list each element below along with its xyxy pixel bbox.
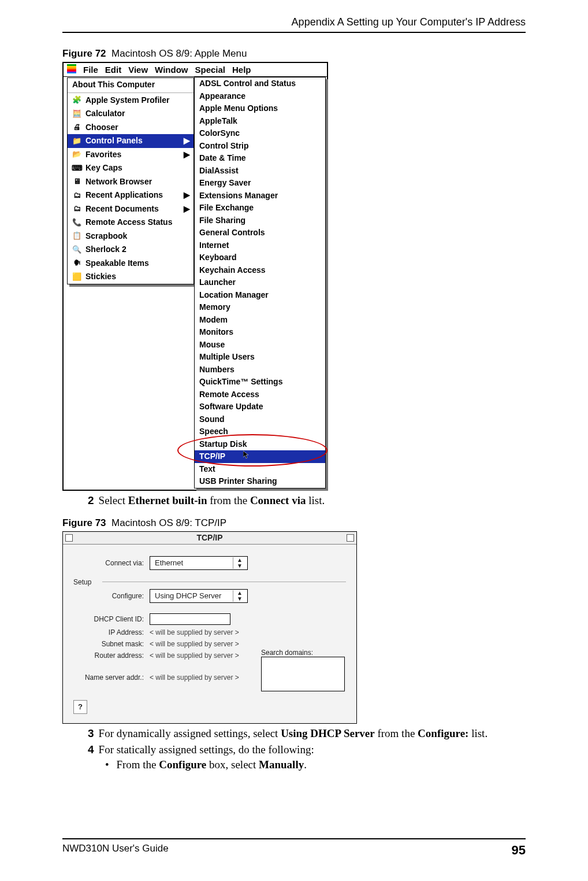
control-panel-item[interactable]: Software Update bbox=[195, 401, 325, 413]
control-panel-item[interactable]: Speech bbox=[195, 425, 325, 438]
control-panel-item[interactable]: Date & Time bbox=[195, 152, 325, 165]
control-panel-item[interactable]: ADSL Control and Status bbox=[195, 77, 325, 90]
svg-rect-0 bbox=[67, 64, 76, 66]
page-footer: NWD310N User's Guide 95 bbox=[62, 838, 526, 858]
apple-menu-control-panels[interactable]: 📁Control Panels▶ bbox=[68, 134, 193, 148]
control-panel-item[interactable]: Keychain Access bbox=[195, 264, 325, 277]
apple-menu-item[interactable]: 📂Favorites▶ bbox=[68, 148, 193, 162]
submenu-arrow-icon: ▶ bbox=[184, 190, 190, 201]
apple-menu-item[interactable]: 🗂Recent Applications▶ bbox=[68, 188, 193, 202]
control-panel-item[interactable]: Startup Disk bbox=[195, 438, 325, 451]
apple-menu-item[interactable]: 🖥Network Browser bbox=[68, 175, 193, 189]
apple-menu-item[interactable]: 🗂Recent Documents▶ bbox=[68, 202, 193, 216]
menu-item-label: Scrapbook bbox=[85, 231, 127, 242]
bullet-bold: Configure bbox=[159, 758, 206, 771]
control-panel-item[interactable]: DialAssist bbox=[195, 165, 325, 177]
connect-via-popup[interactable]: Ethernet▲▼ bbox=[150, 556, 248, 570]
step-text: For statically assigned settings, do the… bbox=[99, 743, 314, 756]
apple-menu-about[interactable]: About This Computer bbox=[68, 78, 193, 92]
apple-menu-dropdown: About This Computer 🧩Apple System Profil… bbox=[67, 77, 194, 284]
calculator-icon: 🧮 bbox=[72, 109, 81, 119]
control-panel-item[interactable]: USB Printer Sharing bbox=[195, 475, 325, 488]
figure-73-label: Figure 73 bbox=[62, 517, 106, 528]
step-text: Select bbox=[99, 494, 128, 506]
submenu-arrow-icon: ▶ bbox=[184, 150, 190, 160]
step-bold: Connect via bbox=[250, 494, 306, 506]
bullet-text: . bbox=[304, 758, 307, 771]
configure-label: Configure: bbox=[73, 592, 150, 600]
control-panel-item[interactable]: Sound bbox=[195, 413, 325, 426]
control-panel-item[interactable]: Memory bbox=[195, 301, 325, 314]
step-number: 2 bbox=[88, 494, 94, 506]
control-panel-item[interactable]: General Controls bbox=[195, 227, 325, 239]
close-box-icon[interactable] bbox=[65, 534, 73, 542]
control-panel-item[interactable]: Launcher bbox=[195, 276, 325, 289]
step-2: 2Select Ethernet built-in from the Conne… bbox=[88, 494, 526, 507]
menubar-item[interactable]: View bbox=[128, 65, 148, 75]
popup-arrows-icon: ▲▼ bbox=[233, 557, 243, 569]
control-panel-tcpip[interactable]: TCP/IP bbox=[195, 450, 325, 463]
menubar-item[interactable]: Window bbox=[155, 65, 188, 75]
configure-popup[interactable]: Using DHCP Server▲▼ bbox=[150, 589, 248, 603]
menu-item-label: Recent Applications bbox=[85, 190, 163, 201]
apple-menu-item[interactable]: ⌨Key Caps bbox=[68, 161, 193, 175]
cursor-icon bbox=[243, 451, 250, 462]
menu-item-label: Sherlock 2 bbox=[85, 245, 126, 255]
dhcp-client-input[interactable] bbox=[150, 613, 230, 625]
control-panel-item[interactable]: Numbers bbox=[195, 364, 325, 376]
control-panel-item[interactable]: Energy Saver bbox=[195, 177, 325, 190]
step-text: from the bbox=[207, 494, 250, 506]
configure-value: Using DHCP Server bbox=[155, 591, 221, 600]
svg-rect-1 bbox=[67, 66, 76, 68]
control-panel-item[interactable]: Control Strip bbox=[195, 140, 325, 153]
apple-logo-icon[interactable] bbox=[67, 64, 76, 75]
submenu-arrow-icon: ▶ bbox=[184, 204, 190, 214]
control-panel-item[interactable]: Text bbox=[195, 463, 325, 476]
control-panel-item[interactable]: File Sharing bbox=[195, 214, 325, 227]
menu-item-label: Chooser bbox=[85, 123, 118, 133]
menubar-item[interactable]: Edit bbox=[105, 65, 121, 75]
menubar-item[interactable]: Special bbox=[195, 65, 225, 75]
dhcp-client-label: DHCP Client ID: bbox=[73, 615, 150, 623]
apple-menu-item[interactable]: 🔍Sherlock 2 bbox=[68, 243, 193, 257]
control-panel-item[interactable]: Mouse bbox=[195, 339, 325, 351]
step-text: For dynamically assigned settings, selec… bbox=[99, 727, 281, 739]
menu-item-label: Key Caps bbox=[85, 163, 122, 173]
control-panel-item[interactable]: Keyboard bbox=[195, 251, 325, 264]
apple-menu-item[interactable]: 📋Scrapbook bbox=[68, 229, 193, 243]
apple-menu-item[interactable]: 🧮Calculator bbox=[68, 107, 193, 121]
apple-menu-item[interactable]: 📞Remote Access Status bbox=[68, 216, 193, 229]
control-panel-item[interactable]: File Exchange bbox=[195, 202, 325, 214]
control-panel-item[interactable]: Remote Access bbox=[195, 388, 325, 401]
svg-rect-4 bbox=[67, 71, 76, 72]
control-panel-item[interactable]: Appearance bbox=[195, 90, 325, 103]
control-panel-item[interactable]: Apple Menu Options bbox=[195, 102, 325, 115]
apple-menu-item[interactable]: 🖨Chooser bbox=[68, 121, 193, 135]
apple-menu-item[interactable]: 🗣Speakable Items bbox=[68, 257, 193, 271]
zoom-box-icon[interactable] bbox=[347, 534, 354, 542]
svg-rect-2 bbox=[67, 68, 76, 69]
tcpip-body: Connect via: Ethernet▲▼ Setup Configure:… bbox=[63, 545, 356, 723]
apple-menu-item[interactable]: 🧩Apple System Profiler bbox=[68, 94, 193, 108]
control-panel-item[interactable]: Monitors bbox=[195, 326, 325, 339]
search-domains-input[interactable] bbox=[261, 657, 345, 691]
recent-apps-icon: 🗂 bbox=[72, 191, 81, 200]
control-panel-item[interactable]: Modem bbox=[195, 314, 325, 327]
control-panel-item[interactable]: Extensions Manager bbox=[195, 190, 325, 202]
chooser-icon: 🖨 bbox=[72, 123, 81, 132]
step-number: 3 bbox=[88, 727, 94, 739]
apple-menu-item[interactable]: 🟨Stickies bbox=[68, 270, 193, 284]
menubar-item[interactable]: Help bbox=[232, 65, 251, 75]
control-panel-item[interactable]: AppleTalk bbox=[195, 115, 325, 128]
control-panel-item[interactable]: Internet bbox=[195, 239, 325, 252]
figure-72-caption: Figure 72 Macintosh OS 8/9: Apple Menu bbox=[62, 48, 526, 60]
control-panel-item[interactable]: Location Manager bbox=[195, 289, 325, 302]
control-panel-item[interactable]: QuickTime™ Settings bbox=[195, 376, 325, 388]
menubar-item[interactable]: File bbox=[83, 65, 98, 75]
help-button[interactable]: ? bbox=[73, 700, 87, 714]
ip-address-label: IP Address: bbox=[73, 628, 150, 636]
network-icon: 🖥 bbox=[72, 177, 81, 186]
search-domains-label: Search domains: bbox=[261, 649, 345, 657]
control-panel-item[interactable]: Multiple Users bbox=[195, 351, 325, 364]
control-panel-item[interactable]: ColorSync bbox=[195, 127, 325, 140]
